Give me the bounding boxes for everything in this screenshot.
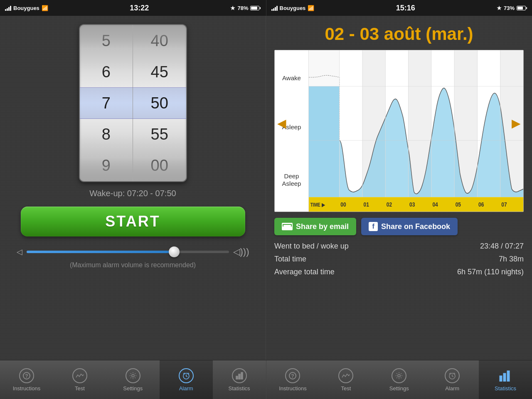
status-bar-right: Bouygues 📶 15:16 ★ 73%: [266, 0, 532, 16]
svg-rect-47: [503, 373, 506, 382]
svg-text:06: 06: [478, 201, 484, 208]
picker-min-45[interactable]: 45: [133, 57, 186, 88]
svg-text:?: ?: [291, 373, 294, 379]
carrier-left: Bouygues: [13, 5, 39, 11]
wifi-icon-left: 📶: [42, 5, 48, 11]
tab-label-settings-2: Settings: [389, 385, 409, 392]
signal-icon-left: [5, 5, 11, 11]
status-left-right: Bouygues 📶: [271, 5, 315, 11]
right-panel: 02 - 03 août (mar.) Awake Asleep DeepAsl…: [266, 16, 532, 360]
status-bars: Bouygues 📶 13:22 ★ 78% Bouygues 📶 15:16: [0, 0, 532, 16]
tab-instructions-2[interactable]: ? Instructions: [266, 360, 320, 399]
picker-min-40[interactable]: 40: [133, 25, 186, 57]
carrier-right: Bouygues: [280, 5, 306, 11]
volume-slider[interactable]: [27, 251, 229, 253]
picker-hour-5[interactable]: 5: [80, 25, 133, 57]
status-left-left: Bouygues 📶: [5, 5, 48, 11]
svg-text:07: 07: [501, 201, 507, 208]
time-picker[interactable]: 5 6 7 8 9 40 45 50 55 00: [79, 24, 187, 182]
stat-bed-woke-value: 23:48 / 07:27: [480, 242, 524, 251]
email-icon: [282, 223, 293, 230]
picker-hour-8[interactable]: 8: [80, 119, 133, 150]
svg-point-33: [132, 374, 134, 377]
slider-thumb[interactable]: [169, 246, 180, 257]
picker-min-50-selected[interactable]: 50: [133, 88, 186, 119]
bt-icon-right: ★: [497, 5, 502, 11]
date-title: 02 - 03 août (mar.): [274, 24, 524, 44]
instructions-icon-2: ?: [285, 368, 300, 384]
tab-label-test-1: Test: [75, 385, 85, 392]
tab-label-instructions-1: Instructions: [13, 385, 40, 392]
chart-next-arrow[interactable]: ▶: [509, 113, 523, 132]
battery-pct-right: 73%: [504, 5, 515, 11]
tab-settings-2[interactable]: Settings: [372, 360, 426, 399]
tab-section-right: ? Instructions Test: [266, 360, 532, 399]
picker-hour-7-selected[interactable]: 7: [80, 88, 133, 119]
svg-text:02: 02: [387, 201, 392, 208]
svg-rect-46: [500, 376, 502, 382]
start-button[interactable]: START: [21, 207, 245, 236]
share-email-button[interactable]: Share by email: [274, 218, 356, 235]
tab-settings-1[interactable]: Settings: [106, 360, 160, 399]
battery-icon-right: [517, 6, 527, 10]
svg-rect-39: [241, 372, 243, 379]
picker-hour-9[interactable]: 9: [80, 150, 133, 181]
sleep-chart: Awake Asleep DeepAsleep: [274, 50, 524, 212]
volume-row: ◁ ◁))): [17, 246, 249, 257]
svg-text:03: 03: [409, 201, 415, 208]
svg-rect-38: [239, 374, 240, 379]
status-bar-left: Bouygues 📶 13:22 ★ 78%: [0, 0, 266, 16]
sleep-stats: Went to bed / woke up 23:48 / 07:27 Tota…: [274, 242, 524, 281]
bt-icon-left: ★: [230, 5, 235, 11]
tab-alarm-2[interactable]: Alarm: [426, 360, 479, 399]
signal-icon-right: [271, 5, 278, 11]
stat-total-label: Total time: [274, 255, 499, 264]
label-deep-asleep: DeepAsleep: [277, 172, 306, 187]
volume-hint: (Maximum alarm volume is recommended): [8, 261, 257, 269]
chart-prev-arrow[interactable]: ◀: [275, 113, 289, 132]
svg-point-42: [398, 374, 400, 377]
settings-icon-1: [125, 368, 141, 384]
stat-avg-value: 6h 57m (110 nights): [457, 268, 524, 276]
slider-fill: [27, 251, 175, 253]
volume-high-icon: ◁))): [233, 246, 249, 257]
stat-total-time: Total time 7h 38m: [274, 255, 524, 264]
share-row: Share by email f Share on Facebook: [274, 218, 524, 235]
picker-minutes-column[interactable]: 40 45 50 55 00: [133, 25, 186, 181]
svg-text:?: ?: [25, 373, 28, 379]
share-facebook-label: Share on Facebook: [381, 222, 450, 231]
tab-alarm-1[interactable]: Alarm: [160, 360, 213, 399]
share-facebook-button[interactable]: f Share on Facebook: [361, 218, 458, 235]
test-icon-2: [338, 368, 354, 384]
tab-instructions-1[interactable]: ? Instructions: [0, 360, 53, 399]
tab-label-alarm-1: Alarm: [179, 385, 193, 392]
battery-icon-left: [250, 6, 261, 10]
label-awake: Awake: [277, 74, 306, 82]
main-content: 5 6 7 8 9 40 45 50 55 00 Wake-up: 07:20 …: [0, 16, 532, 360]
chart-area: TIME ▶ 00 01 02 03 04 05 06 07: [309, 50, 523, 212]
status-right-right: ★ 73%: [497, 5, 527, 11]
tab-bar: ? Instructions Test: [0, 360, 532, 399]
left-panel: 5 6 7 8 9 40 45 50 55 00 Wake-up: 07:20 …: [0, 16, 266, 360]
tab-label-alarm-2: Alarm: [445, 385, 459, 392]
tab-statistics-2[interactable]: Statistics: [479, 360, 532, 399]
tab-test-1[interactable]: Test: [53, 360, 106, 399]
battery-pct-left: 78%: [237, 5, 248, 11]
share-email-label: Share by email: [296, 222, 349, 231]
tab-label-settings-1: Settings: [123, 385, 143, 392]
time-right: 15:16: [396, 4, 415, 12]
alarm-icon-1: [178, 368, 194, 384]
svg-text:01: 01: [364, 201, 369, 208]
picker-hour-6[interactable]: 6: [80, 57, 133, 88]
picker-hours-column[interactable]: 5 6 7 8 9: [80, 25, 133, 181]
tab-label-statistics-2: Statistics: [495, 385, 516, 392]
tab-test-2[interactable]: Test: [319, 360, 372, 399]
alarm-icon-2: [444, 368, 460, 384]
wakeup-time: Wake-up: 07:20 - 07:50: [89, 189, 176, 198]
tab-statistics-1[interactable]: Statistics: [213, 360, 266, 399]
picker-min-55[interactable]: 55: [133, 119, 186, 150]
svg-rect-48: [507, 371, 510, 382]
instructions-icon-1: ?: [19, 368, 34, 384]
stat-bed-woke-label: Went to bed / woke up: [274, 242, 480, 251]
picker-min-00[interactable]: 00: [133, 150, 186, 181]
